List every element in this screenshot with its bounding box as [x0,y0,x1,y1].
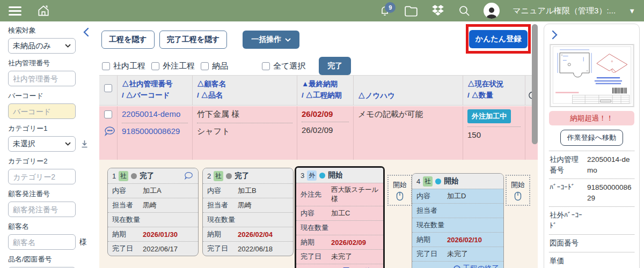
dropbox-button[interactable] [431,4,445,17]
header-knowhow-column[interactable]: △ノウハウ [353,76,463,105]
process-card-2[interactable]: 2 社 完了 内容加工B 担当者黒崎 現在数量 納期2026/02/04 完了日… [202,168,294,256]
product-drawing-no-label: 品名/図面番号 [8,255,99,264]
category1-label: カテゴリー1 [8,124,99,133]
chevron-down-icon [65,142,71,146]
detail-rows: 社内管理番号 22050014-demo ﾊﾞｰｺｰﾄﾞ 91850000086… [549,151,634,268]
avatar[interactable] [484,3,500,19]
status-dot [319,173,325,178]
internal-process-checkbox[interactable] [102,62,110,70]
process-type-badge: 社 [119,171,128,181]
card-comment-icon[interactable] [184,172,194,180]
detail-row: ﾊﾞｰｺｰﾄﾞ 9185000008629 [549,178,634,206]
detail-row: 社内管理番号 22050014-demo [549,151,634,178]
category2-input[interactable] [8,169,76,184]
barcode-input[interactable] [8,103,76,119]
move-to-work-registration-button[interactable]: 作業登録へ移動 [560,130,623,146]
management-no-link[interactable]: 22050014-demo [122,109,188,120]
overdue-badge: 納期超過！！ [549,111,634,125]
notification-count-badge: 9 [385,2,396,13]
delivery-label: 納品 [212,61,228,71]
chevron-down-icon [65,44,71,48]
outsourced-process-label: 外注工程 [163,61,195,71]
easy-register-button[interactable]: かんたん登録 [469,30,528,48]
home-icon[interactable] [36,4,50,18]
search-button[interactable] [458,4,471,17]
process-card-4[interactable]: 4 社 開始 内容加工D 担当者 現在数量 納期2026/02/10 完了日未完… [412,173,504,268]
select-all-checkbox[interactable] [262,62,270,70]
status-badge: 外注加工中 [467,109,511,123]
internal-number-input[interactable] [8,71,76,86]
process-type-badge: 外 [307,170,317,181]
expand-right-icon[interactable] [550,29,559,40]
download-arrow-icon[interactable] [81,140,88,148]
mouse-icon [514,191,522,201]
process-card-1[interactable]: 1 社 完了 内容加工A 担当者黒崎 現在数量 納期2026/01/30 完了日… [107,168,199,256]
chevron-down-icon [285,38,291,42]
outsourced-process-checkbox[interactable] [151,62,159,70]
process-cards-strip: 1 社 完了 内容加工A 担当者黒崎 現在数量 納期2026/01/30 完了日… [99,160,538,268]
barcode-label: バーコード [8,91,99,101]
table-row[interactable]: 22050014-demo 9185000008629 竹下金属 様 シャフト … [99,106,538,160]
detail-row: 図面番号 [549,234,634,252]
main-content: 工程を隠す 完了工程を隠す 一括操作 かんたん登録 社内工程 外注工程 納品 全… [99,21,538,268]
category1-select[interactable]: 未選択 [8,136,76,152]
search-icon [458,4,471,17]
delivery-checkbox[interactable] [201,62,209,70]
customer-cell: 竹下金属 様 [197,109,292,120]
comment-icon[interactable] [104,126,116,137]
caret-down-icon[interactable]: ▼ [628,7,635,15]
header-status-column[interactable]: △現在状況/ △数量 [463,76,525,105]
end-process-link[interactable]: 工程の終了 [453,264,499,268]
vertical-scrollbar[interactable] [532,24,538,144]
notifications-button[interactable]: 9 [378,4,391,17]
row-checkbox[interactable] [104,110,112,118]
files-button[interactable] [404,4,418,17]
customer-order-no-input[interactable] [8,202,76,217]
customer-suffix: 様 [79,237,87,247]
highlight-annotation: かんたん登録 [466,24,531,54]
header-select-checkbox[interactable] [104,84,112,92]
header-due-column[interactable]: ▲最終納期/ △工程納期 [297,76,353,105]
hide-completed-process-button[interactable]: 完了工程を隠す [159,31,228,49]
start-drop-button-1[interactable]: 開始 [387,175,412,206]
status-dot [131,173,137,179]
table-header: △社内管理番号/ △バーコード △顧客名/ △品名 ▲最終納期/ △工程納期 △… [99,75,538,106]
bulk-action-button[interactable]: 一括操作 [243,31,299,49]
customer-name-label: 顧客名 [8,222,99,232]
user-role-label[interactable]: マニュアル権限（管理3）:... [513,6,616,16]
product-cell: シャフト [197,126,292,137]
status-dot [226,173,232,179]
complete-button[interactable]: 完了 [319,57,351,75]
folder-icon [404,4,418,17]
detail-row: 単価 [549,252,634,268]
search-target-select[interactable]: 未納品のみ [8,38,76,54]
process-type-badge: 社 [423,176,433,187]
hide-process-button[interactable]: 工程を隠す [101,31,155,49]
drawing-thumbnail[interactable] [550,44,634,107]
category2-label: カテゴリー2 [8,157,99,166]
internal-number-label: 社内管理番号 [8,58,99,68]
check-circle-icon [453,265,460,268]
customer-name-input[interactable] [8,234,76,250]
dropbox-icon [431,4,445,17]
top-bar: 9 マニュアル権限（管理3）:... ▼ [0,0,644,21]
header-id-column[interactable]: △社内管理番号/ △バーコード [117,76,192,105]
select-all-label: 全て選択 [273,61,305,71]
header-customer-column[interactable]: △顧客名/ △品名 [192,76,297,105]
collapse-left-icon[interactable] [82,27,91,38]
internal-process-label: 社内工程 [113,61,145,71]
menu-icon[interactable] [9,6,21,16]
status-dot [435,178,441,184]
detail-panel: 納期超過！！ 作業登録へ移動 社内管理番号 22050014-demo ﾊﾞｰｺ… [544,24,640,268]
customer-order-no-label: 顧客発注番号 [8,189,99,199]
start-drop-button-2[interactable]: 開始 [506,175,530,206]
quantity-cell: 150 [467,130,521,139]
knowhow-cell: メモの記載が可能 [358,109,458,120]
barcode-link[interactable]: 9185000008629 [122,126,188,137]
final-due-cell: 26/02/09 [302,109,349,118]
process-type-badge: 社 [214,171,223,181]
mouse-icon [396,191,404,201]
process-due-cell: 26/02/09 [302,125,349,135]
process-card-3[interactable]: 3 外 開始 外注先西大阪スチール様 内容加工C 現在数量 納期2026/02/… [295,166,385,268]
detail-row: 社外ﾊﾞｰｺｰﾄﾞ [549,206,634,234]
